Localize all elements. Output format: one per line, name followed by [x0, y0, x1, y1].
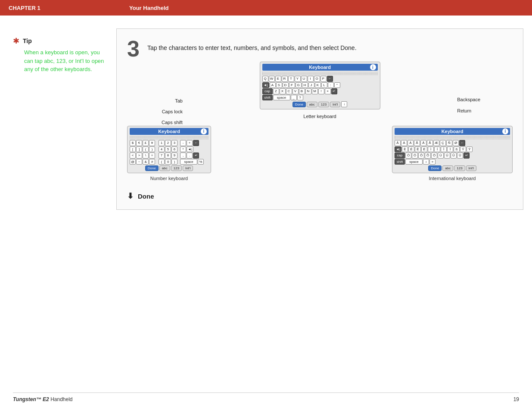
- btn-abc[interactable]: abc: [307, 102, 317, 107]
- key-2[interactable]: 2: [165, 140, 171, 146]
- key-s[interactable]: S: [276, 82, 282, 88]
- key-tilde[interactable]: ~: [136, 159, 142, 165]
- key-return[interactable]: ↵: [331, 88, 337, 94]
- intl-A2[interactable]: À: [401, 140, 407, 146]
- key-gt[interactable]: >: [136, 153, 142, 159]
- key-c[interactable]: C: [286, 88, 292, 94]
- key-shift[interactable]: shift: [262, 95, 273, 101]
- key-y[interactable]: Y: [295, 76, 301, 82]
- key-hash[interactable]: #: [149, 159, 155, 165]
- key-w[interactable]: W: [269, 76, 275, 82]
- key-minus[interactable]: -: [180, 140, 186, 146]
- key-mult[interactable]: ×: [325, 88, 331, 94]
- key-l[interactable]: L: [321, 82, 327, 88]
- key-closeparen[interactable]: ): [171, 159, 177, 165]
- key-space-num[interactable]: space: [180, 159, 197, 165]
- key-dollar[interactable]: $: [130, 140, 136, 146]
- intl-btn-abc[interactable]: abc: [442, 165, 453, 171]
- intl-U4[interactable]: Ü: [457, 153, 463, 159]
- key-percent[interactable]: %: [198, 159, 204, 165]
- key-u[interactable]: U: [301, 76, 307, 82]
- key-f[interactable]: F: [289, 82, 295, 88]
- key-7[interactable]: 7: [159, 153, 165, 159]
- intl-A6[interactable]: Å: [427, 140, 433, 146]
- intl-O5[interactable]: Ö: [431, 153, 437, 159]
- key-at[interactable]: @: [130, 159, 136, 165]
- key-h[interactable]: H: [302, 82, 308, 88]
- num-btn-intl[interactable]: Int'l: [183, 165, 193, 171]
- key-num-return[interactable]: ↵: [193, 153, 199, 159]
- key-0[interactable]: 0: [165, 159, 171, 165]
- intl-E4[interactable]: Ë: [421, 146, 427, 153]
- intl-shift[interactable]: shift: [395, 159, 405, 165]
- intl-N[interactable]: Ñ: [446, 140, 452, 146]
- intl-cursor[interactable]: ◄|: [395, 146, 401, 153]
- key-j[interactable]: J: [308, 82, 314, 88]
- intl-A1[interactable]: Â: [395, 140, 401, 146]
- intl-btn-intl[interactable]: Int'l: [466, 165, 476, 171]
- key-space[interactable]: space: [273, 95, 290, 101]
- key-i[interactable]: I: [308, 76, 314, 82]
- key-question[interactable]: ?: [297, 95, 303, 101]
- intl-O1[interactable]: Ò: [405, 153, 411, 159]
- intl-U3[interactable]: Û: [451, 153, 457, 159]
- key-yen[interactable]: ¥: [149, 140, 155, 146]
- key-plus[interactable]: +: [187, 140, 193, 146]
- key-1[interactable]: 1: [159, 140, 165, 146]
- key-v[interactable]: V: [292, 88, 299, 94]
- key-3[interactable]: 3: [171, 140, 177, 146]
- key-exclaim[interactable]: !: [318, 88, 324, 94]
- intl-btn-123[interactable]: 123: [454, 165, 465, 171]
- intl-O-stroke[interactable]: Ø: [453, 140, 459, 146]
- key-euro[interactable]: €: [136, 140, 142, 146]
- key-num-backspace[interactable]: ←: [193, 140, 199, 146]
- intl-I2[interactable]: Í: [434, 146, 440, 153]
- key-amp[interactable]: &: [143, 159, 149, 165]
- intl-I4[interactable]: Ï: [447, 146, 453, 153]
- key-g[interactable]: G: [296, 82, 302, 88]
- key-m[interactable]: M: [312, 88, 318, 94]
- intl-AE[interactable]: Æ: [433, 140, 439, 146]
- num-btn-123[interactable]: 123: [171, 165, 182, 171]
- intl-space[interactable]: space: [405, 159, 423, 165]
- key-period2[interactable]: .: [187, 153, 193, 159]
- key-z[interactable]: Z: [273, 88, 279, 94]
- key-a[interactable]: A: [270, 82, 276, 88]
- key-x[interactable]: X: [280, 88, 286, 94]
- intl-O4[interactable]: Õ: [425, 153, 431, 159]
- num-btn-done[interactable]: Done: [145, 165, 159, 171]
- intl-E3[interactable]: Ê: [415, 146, 421, 153]
- intl-I3[interactable]: Î: [441, 146, 447, 153]
- intl-Y2[interactable]: Ÿ: [467, 146, 473, 153]
- key-backslash[interactable]: \: [143, 153, 149, 159]
- key-lt[interactable]: <: [130, 153, 136, 159]
- key-quote[interactable]: ": [334, 82, 340, 88]
- key-backspace-arrow[interactable]: ←: [327, 76, 333, 82]
- key-d[interactable]: D: [283, 82, 289, 88]
- btn-done[interactable]: Done: [292, 102, 306, 107]
- intl-A3[interactable]: Á: [408, 140, 414, 146]
- key-n[interactable]: N: [305, 88, 311, 94]
- intl-A5[interactable]: Ä: [420, 140, 426, 146]
- intl-O3[interactable]: Ô: [418, 153, 424, 159]
- key-q[interactable]: Q: [262, 76, 268, 82]
- key-r[interactable]: R: [282, 76, 288, 82]
- intl-A4[interactable]: Ã: [414, 140, 420, 146]
- key-5[interactable]: 5: [165, 146, 171, 153]
- intl-E2[interactable]: É: [408, 146, 414, 153]
- key-e[interactable]: E: [275, 76, 281, 82]
- intl-O2[interactable]: Ó: [412, 153, 418, 159]
- key-cursor[interactable]: ◄|: [262, 82, 269, 88]
- key-down[interactable]: ↓: [341, 101, 347, 107]
- key-k[interactable]: K: [315, 82, 321, 88]
- btn-123[interactable]: 123: [318, 102, 329, 107]
- key-cap[interactable]: cap: [262, 88, 273, 94]
- key-openparen2[interactable]: (: [143, 146, 149, 153]
- intl-U2[interactable]: Ú: [444, 153, 450, 159]
- key-comma2[interactable]: ,: [180, 153, 186, 159]
- key-closeparen2[interactable]: ): [149, 146, 155, 153]
- intl-btn-done[interactable]: Done: [428, 165, 442, 171]
- key-colon[interactable]: :: [328, 82, 334, 88]
- key-9[interactable]: 9: [171, 153, 177, 159]
- intl-cap[interactable]: cap: [395, 153, 405, 159]
